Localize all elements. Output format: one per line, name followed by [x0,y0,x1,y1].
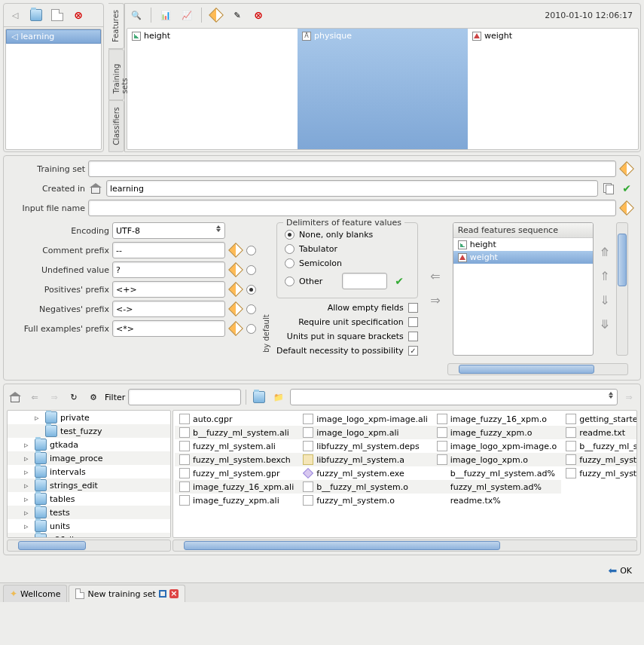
file-item[interactable]: fuzzy_ml_system [561,453,637,466]
feature-weight[interactable]: weight [468,29,638,149]
seq-item-height[interactable]: height [453,238,593,251]
undefined-edit-icon[interactable] [228,262,243,277]
browser-refresh-icon[interactable]: ↻ [66,389,82,405]
browser-fwd-icon[interactable]: ⇒ [46,389,63,405]
dir-row[interactable]: ▹private [8,411,170,424]
path-select[interactable] [290,389,618,405]
close-icon[interactable]: ⊗ [70,7,87,23]
filter-input[interactable] [128,389,241,405]
seq-bottom-icon[interactable]: ⤋ [597,317,613,334]
feature-tool-2-icon[interactable]: 📊 [157,7,174,23]
file-item[interactable]: image_fuzzy_xpm.o [432,426,561,439]
expander-icon[interactable]: ▹ [24,454,32,463]
open-folder-icon[interactable] [28,7,44,23]
full-input[interactable] [112,320,225,337]
sequence-vscroll[interactable] [616,222,628,356]
expander-icon[interactable]: ▹ [35,413,42,423]
training-set-edit-icon[interactable] [619,161,634,176]
full-edit-icon[interactable] [228,321,243,336]
require-unit-checkbox[interactable] [408,317,418,327]
browser-config-icon[interactable]: ⚙ [85,389,102,405]
feature-height[interactable]: height [127,29,298,149]
paste-icon[interactable] [49,7,66,23]
file-item[interactable]: auto.cgpr [175,412,298,426]
encoding-select[interactable]: UTF-8 [112,222,225,239]
file-item[interactable]: fuzzy_ml_system.ad% [432,480,561,494]
feature-physique[interactable]: physique [298,29,468,149]
delim-apply-icon[interactable]: ✔ [392,274,407,289]
file-item[interactable]: libfuzzy_ml_system.deps [298,439,432,453]
ok-button[interactable]: ⬅ OK [605,563,635,578]
file-item[interactable]: b__fuzzy_ml_syst [561,439,637,453]
seq-item-weight[interactable]: weight [453,251,593,264]
close-tab-icon[interactable]: × [169,589,179,598]
allow-empty-checkbox[interactable] [408,303,418,313]
tab-wellcome[interactable]: ✦ Wellcome [3,585,67,602]
comment-edit-icon[interactable] [228,243,243,258]
sequence-hscroll[interactable] [447,363,628,375]
dir-row[interactable]: ▹image_proce [8,451,170,465]
filelist-hscroll[interactable] [172,540,637,552]
file-item[interactable]: fuzzy_ml_system.bexch [175,453,298,466]
file-item[interactable]: b__fuzzy_ml_system.ali [175,426,298,439]
browser-up-icon[interactable]: 📁 [270,389,287,405]
dir-row[interactable]: ▹x86_linux [8,533,170,538]
delim-none-radio[interactable] [285,230,295,240]
undefined-default-radio[interactable] [246,265,256,275]
apply-created-icon[interactable]: ✔ [619,181,634,196]
feature-pencil-icon[interactable]: ✎ [229,7,246,23]
dir-row[interactable]: test_fuzzy [8,424,170,438]
sequence-list[interactable]: Read features sequence height weight [453,222,594,356]
created-in-input[interactable] [106,180,598,197]
expander-icon[interactable]: ▹ [24,521,32,531]
comment-prefix-input[interactable] [112,242,225,258]
features-list[interactable]: height physique weight [127,28,639,150]
file-item[interactable]: fuzzy_ml_system.o [298,494,432,507]
full-default-radio[interactable] [246,324,256,334]
brackets-checkbox[interactable] [408,332,418,341]
positives-input[interactable] [112,281,225,298]
home-icon[interactable] [88,181,103,196]
file-item[interactable]: image_logo_xpm-image.o [432,439,561,453]
file-item[interactable]: image_logo_xpm-image.ali [298,412,432,426]
file-item[interactable]: image_fuzzy_16_xpm.o [432,412,561,426]
dirtree-hscroll[interactable] [7,540,171,552]
delim-other-input[interactable] [342,273,387,289]
file-item[interactable]: image_fuzzy_xpm.ali [175,494,298,507]
file-item[interactable]: getting_started_s [561,412,637,426]
move-right-icon[interactable]: ⇒ [427,293,444,310]
dir-row[interactable]: ▹tests [8,506,170,519]
seq-up-icon[interactable]: ⇑ [597,269,613,286]
expander-icon[interactable]: ▹ [24,494,32,504]
expander-icon[interactable]: ▹ [24,508,32,518]
file-item[interactable]: b__fuzzy_ml_system.o [298,480,432,494]
input-file-input[interactable] [88,200,616,216]
input-file-edit-icon[interactable] [619,200,634,216]
positives-default-radio[interactable] [246,285,256,295]
seq-top-icon[interactable]: ⤊ [597,245,613,261]
file-item[interactable]: readme.tx% [432,494,561,507]
delim-other-radio[interactable] [285,277,295,286]
training-set-input[interactable] [88,160,616,177]
tab-new-training-set[interactable]: New training set × [69,585,185,602]
delim-semi-radio[interactable] [285,258,295,268]
expander-icon[interactable]: ▹ [24,440,32,450]
move-left-icon[interactable]: ⇐ [427,269,444,286]
negatives-input[interactable] [112,301,225,317]
restore-icon[interactable] [159,590,166,598]
feature-tool-3-icon[interactable]: 📈 [179,7,195,23]
file-item[interactable]: readme.txt [561,426,637,439]
project-tree[interactable]: ◁ learning [5,29,102,150]
comment-default-radio[interactable] [246,246,256,255]
dir-row[interactable]: ▹strings_edit [8,478,170,492]
positives-edit-icon[interactable] [228,282,243,297]
file-list[interactable]: auto.cgprb__fuzzy_ml_system.alifuzzy_ml_… [172,410,637,538]
negatives-edit-icon[interactable] [228,301,243,316]
feature-edit-icon[interactable] [208,7,224,23]
file-item[interactable]: fuzzy_ml_system.exe [298,466,432,480]
file-item[interactable]: b__fuzzy_ml_system.ad% [432,466,561,480]
file-item[interactable]: image_fuzzy_16_xpm.ali [175,480,298,494]
tab-classifiers[interactable]: Classifiers [108,100,124,152]
file-item[interactable]: libfuzzy_ml_system.a [298,453,432,466]
dir-row[interactable]: ▹units [8,519,170,533]
